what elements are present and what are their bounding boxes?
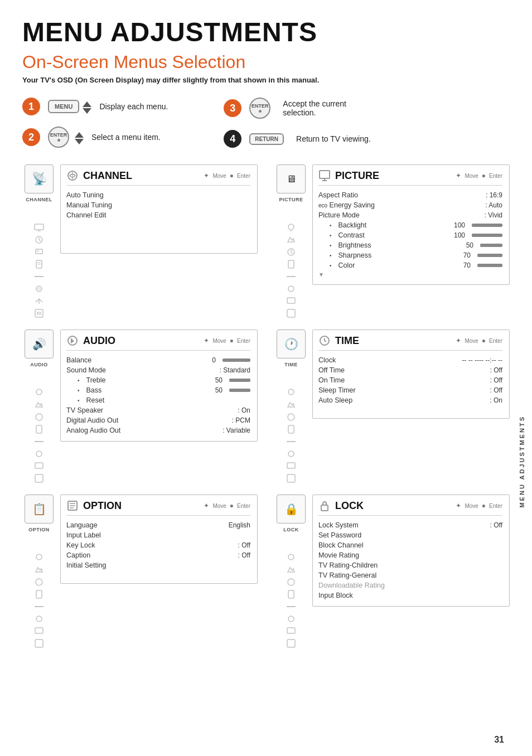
picture-backlight: • Backlight 100 [318,220,502,230]
option-language: Language English [66,520,250,530]
svg-rect-52 [36,590,42,598]
audio-title-row: AUDIO [66,335,115,347]
picture-sharpness: • Sharpness 70 [318,250,502,260]
side-icon-7 [33,296,45,306]
step-4-text: Return to TV viewing. [296,134,371,143]
instruction-1: 1 MENU Display each menu. [22,98,168,115]
svg-point-32 [36,389,42,395]
time-icon-col: 🕐 TIME [274,329,308,483]
l-side-3 [285,577,297,587]
a-side-8 [33,473,45,483]
time-header: TIME ✦ Move ● Enter [318,335,502,351]
p-side-6 [285,284,297,294]
lock-items: Lock System : Off Set Password Block Cha… [318,520,502,600]
channel-panel: 📡 CHANNEL CHANNEL ✦ [22,164,258,318]
p-side-2 [285,235,297,245]
option-caption: Caption : Off [66,550,250,560]
a-side-6 [33,449,45,459]
picture-items: Aspect Ratio : 16:9 eco Energy Saving : … [318,190,502,279]
l-side-6 [285,614,297,624]
side-icon-6 [33,284,45,294]
audio-icon-box: 🔊 [25,329,54,358]
step-3-text: Accept the currentselection. [283,99,346,117]
picture-aspect: Aspect Ratio : 16:9 [318,190,502,200]
p-side-4 [285,259,297,269]
side-icon-4 [33,259,45,269]
picture-side-icons [285,222,297,318]
arrow-up-icon [83,101,91,107]
time-controls: ✦ Move ● Enter [456,337,502,345]
picture-contrast: • Contrast 100 [318,230,502,240]
channel-menu-icon [66,169,79,182]
o-side-5 [33,602,45,612]
o-side-4 [33,589,45,599]
lock-icon-col: 🔒 LOCK [274,495,308,648]
t-side-5 [285,437,297,447]
panels-grid: 📡 CHANNEL CHANNEL ✦ [22,164,510,648]
picture-header: PICTURE ✦ Move ● Enter [318,169,502,186]
lock-password: Set Password [318,530,502,540]
audio-title: AUDIO [83,335,115,347]
t-side-7 [285,461,297,471]
side-icon-1 [33,222,45,232]
time-content: TIME ✦ Move ● Enter Clock -- -- ---- --:… [312,329,510,419]
svg-line-49 [325,341,326,342]
option-label: OPTION [28,527,50,532]
sidebar-label-container: MENU ADJUSTMENTS [516,223,528,700]
option-panel: 📋 OPTION OPTION ✦ [22,495,258,648]
option-title-row: OPTION [66,500,122,512]
audio-sound-mode: Sound Mode : Standard [66,365,250,375]
option-icon: 📋 [32,502,46,516]
svg-point-19 [288,224,294,230]
instruction-4: 4 RETURN Return to TV viewing. [224,130,370,148]
l-side-1 [285,553,297,563]
o-side-6 [33,614,45,624]
lock-content: LOCK ✦ Move ● Enter Lock System : Off Se… [312,495,510,607]
audio-label: AUDIO [30,362,48,367]
svg-point-61 [288,554,294,560]
svg-point-50 [36,554,42,560]
svg-rect-38 [35,474,43,482]
menu-button[interactable]: MENU [48,100,79,113]
return-button[interactable]: RETURN [249,133,284,145]
step-1-text: Display each menu. [99,102,168,111]
side-icon-8 [33,308,45,318]
option-icon-box: 📋 [25,495,54,524]
subtitle: Your TV's OSD (On Screen Display) may di… [22,76,510,84]
enter-button-1[interactable]: ENTER [48,127,69,148]
side-icon-2 [33,235,45,245]
picture-panel: 🖥 PICTURE PICTURE ✦ [274,164,510,318]
svg-rect-55 [35,628,43,633]
time-auto-sleep: Auto Sleep : On [318,395,502,405]
svg-point-40 [288,389,294,395]
enter-button-2[interactable]: ENTER [249,98,270,119]
t-side-6 [285,449,297,459]
lock-title: LOCK [335,500,364,512]
channel-header: CHANNEL ✦ Move ● Enter [66,169,250,186]
o-side-3 [33,577,45,587]
channel-items: Auto Tuning Manual Tuning Channel Edit [66,190,250,220]
l-side-2 [285,565,297,575]
svg-rect-27 [287,298,295,303]
instructions-left: 1 MENU Display each menu. 2 ENTER [22,98,168,148]
svg-rect-42 [288,425,294,433]
channel-item-manual: Manual Tuning [66,200,250,210]
picture-title: PICTURE [335,170,379,182]
instructions-right: 3 ENTER Accept the currentselection. 4 R… [224,98,370,148]
lock-title-row: LOCK [318,500,364,512]
svg-point-44 [288,451,294,457]
time-sleep-timer: Sleep Timer : Off [318,385,502,395]
picture-energy: eco Energy Saving : Auto [318,200,502,210]
audio-icon: 🔊 [32,337,46,351]
a-side-1 [33,387,45,398]
lock-movie-rating: Movie Rating [318,550,502,560]
option-side-icons [33,553,45,648]
side-icon-5 [33,272,45,282]
o-side-2 [33,565,45,575]
picture-mode: Picture Mode : Vivid [318,210,502,220]
time-on-time: On Time : Off [318,375,502,385]
clock-icon: 🕐 [284,337,298,351]
picture-icon-box: 🖥 [277,164,306,193]
step-1-buttons: MENU [48,99,91,114]
audio-header: AUDIO ✦ Move ● Enter [66,335,250,351]
